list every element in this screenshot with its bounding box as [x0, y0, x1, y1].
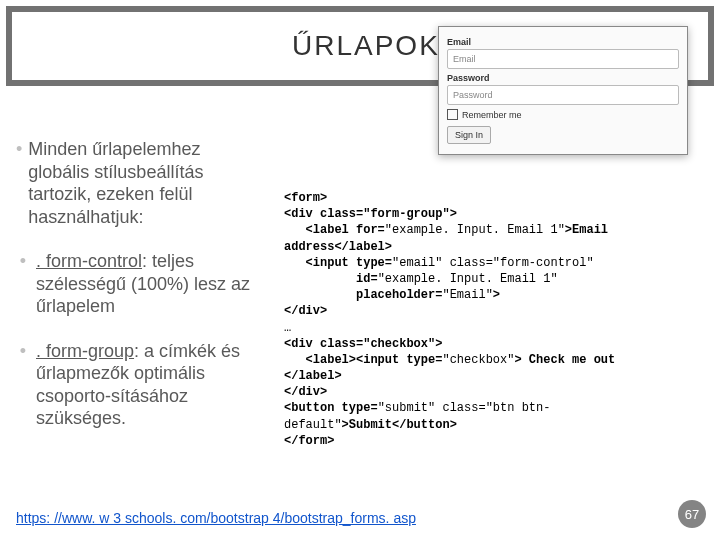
preview-email-field: Email — [447, 49, 679, 69]
form-preview: Email Email Password Password Remember m… — [438, 26, 688, 155]
slide: ŰRLAPOK Email Email Password Password Re… — [0, 0, 720, 540]
page-number: 67 — [678, 500, 706, 528]
slide-title: ŰRLAPOK — [292, 30, 440, 62]
sub-bullet-1: • . form-control: teljes szélességű (100… — [16, 250, 264, 318]
bullet-icon: • — [16, 250, 30, 318]
bullet-icon: • — [16, 138, 22, 228]
preview-remember-row: Remember me — [447, 109, 679, 120]
preview-signin-button: Sign In — [447, 126, 491, 144]
checkbox-icon — [447, 109, 458, 120]
footer-link[interactable]: https: //www. w 3 schools. com/bootstrap… — [16, 510, 416, 526]
code-block: <form> <div class="form-group"> <label f… — [284, 190, 696, 449]
bullet-icon: • — [16, 340, 30, 430]
sub1-code: . form-control — [36, 251, 142, 271]
sub-bullet-2: • . form-group: a címkék és űrlapmezők o… — [16, 340, 264, 430]
sub2-text: . form-group: a címkék és űrlapmezők opt… — [36, 340, 264, 430]
intro-text: Minden űrlapelemhez globális stílusbeáll… — [28, 138, 264, 228]
sub1-text: . form-control: teljes szélességű (100%)… — [36, 250, 264, 318]
preview-remember-label: Remember me — [462, 110, 522, 120]
left-column: • Minden űrlapelemhez globális stílusbeá… — [16, 138, 264, 452]
bullet-intro: • Minden űrlapelemhez globális stílusbeá… — [16, 138, 264, 228]
preview-password-label: Password — [447, 73, 679, 83]
preview-email-label: Email — [447, 37, 679, 47]
preview-password-field: Password — [447, 85, 679, 105]
sub2-code: . form-group — [36, 341, 134, 361]
